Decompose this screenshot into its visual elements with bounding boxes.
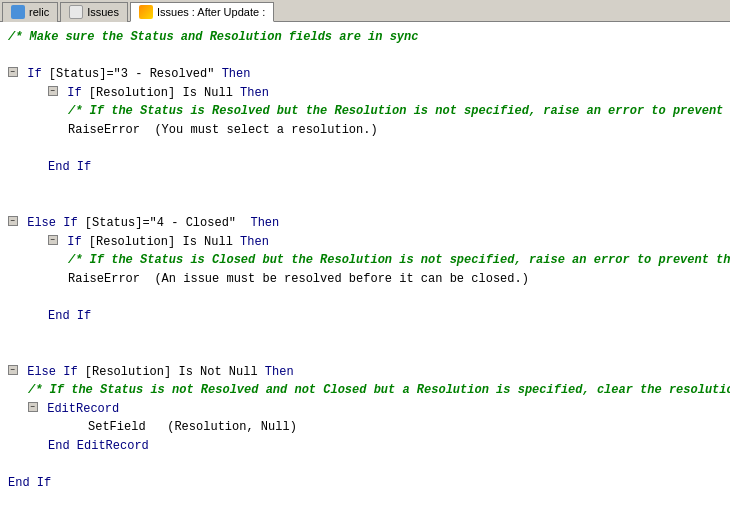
setfield-args: (Resolution, Null): [167, 418, 297, 437]
raise1-msg: (You must select a resolution.): [154, 121, 377, 140]
kw-elseif2: Else If: [20, 363, 85, 382]
line-endif1: End If: [8, 158, 722, 177]
cond3: [Resolution] Is Null: [89, 233, 240, 252]
comment2-text: /* If the Status is Resolved but the Res…: [68, 102, 730, 121]
line-comment3: /* If the Status is Closed but the Resol…: [8, 251, 722, 270]
line-setfield: SetField (Resolution, Null): [8, 418, 722, 437]
tab-bar: relic Issues Issues : After Update :: [0, 0, 730, 22]
comment4-text: /* If the Status is not Resolved and not…: [28, 381, 730, 400]
tab-relic[interactable]: relic: [2, 2, 58, 22]
cond2: [Resolution] Is Null: [89, 84, 240, 103]
collapse-if3[interactable]: −: [48, 235, 58, 245]
cond-elseif1: [Status]="4 - Closed": [85, 214, 251, 233]
line-end-editrecord: End EditRecord: [8, 437, 722, 456]
active-tab-icon: [139, 5, 153, 19]
endif2-text: End If: [48, 307, 91, 326]
cond1: [Status]="3 - Resolved": [49, 65, 222, 84]
kw-elseif1: Else If: [20, 214, 85, 233]
setfield-kw: SetField: [88, 418, 167, 437]
tab-issues-label: Issues: [87, 6, 119, 18]
then1: Then: [222, 65, 251, 84]
line-raise2: RaiseError (An issue must be resolved be…: [8, 270, 722, 289]
tab-issues-after-update[interactable]: Issues : After Update :: [130, 2, 274, 22]
line-comment2: /* If the Status is Resolved but the Res…: [8, 102, 722, 121]
kw-if1: If: [20, 65, 49, 84]
endif1-text: End If: [48, 158, 91, 177]
kw-if2: If: [60, 84, 89, 103]
then2: Then: [240, 84, 269, 103]
collapse-if1[interactable]: −: [8, 67, 18, 77]
then3: Then: [240, 233, 269, 252]
tab-active-label: Issues : After Update :: [157, 6, 265, 18]
comment1-text: /* Make sure the Status and Resolution f…: [8, 28, 418, 47]
then-elseif2: Then: [265, 363, 294, 382]
relic-icon: [11, 5, 25, 19]
line-if2: − If [Resolution] Is Null Then: [8, 84, 722, 103]
raise1-kw: RaiseError: [68, 121, 154, 140]
raise2-msg: (An issue must be resolved before it can…: [154, 270, 528, 289]
raise2-kw: RaiseError: [68, 270, 154, 289]
line-endif2: End If: [8, 307, 722, 326]
line-comment4: /* If the Status is not Resolved and not…: [8, 381, 722, 400]
collapse-elseif2[interactable]: −: [8, 365, 18, 375]
tab-relic-label: relic: [29, 6, 49, 18]
line-endif3: End If: [8, 474, 722, 493]
cond-elseif2: [Resolution] Is Not Null: [85, 363, 265, 382]
tab-issues[interactable]: Issues: [60, 2, 128, 22]
line-comment1: /* Make sure the Status and Resolution f…: [8, 28, 722, 47]
line-raise1: RaiseError (You must select a resolution…: [8, 121, 722, 140]
line-elseif1: − Else If [Status]="4 - Closed" Then: [8, 214, 722, 233]
line-if1: − If [Status]="3 - Resolved" Then: [8, 65, 722, 84]
collapse-elseif1[interactable]: −: [8, 216, 18, 226]
editrecord-kw: EditRecord: [40, 400, 119, 419]
comment3-text: /* If the Status is Closed but the Resol…: [68, 251, 730, 270]
line-elseif2: − Else If [Resolution] Is Not Null Then: [8, 363, 722, 382]
end-editrecord-text: End EditRecord: [48, 437, 149, 456]
collapse-editrecord[interactable]: −: [28, 402, 38, 412]
then-elseif1: Then: [250, 214, 279, 233]
endif3-text: End If: [8, 474, 51, 493]
kw-if3: If: [60, 233, 89, 252]
line-editrecord: − EditRecord: [8, 400, 722, 419]
line-if3: − If [Resolution] Is Null Then: [8, 233, 722, 252]
issues-icon: [69, 5, 83, 19]
code-area: /* Make sure the Status and Resolution f…: [0, 22, 730, 511]
collapse-if2[interactable]: −: [48, 86, 58, 96]
